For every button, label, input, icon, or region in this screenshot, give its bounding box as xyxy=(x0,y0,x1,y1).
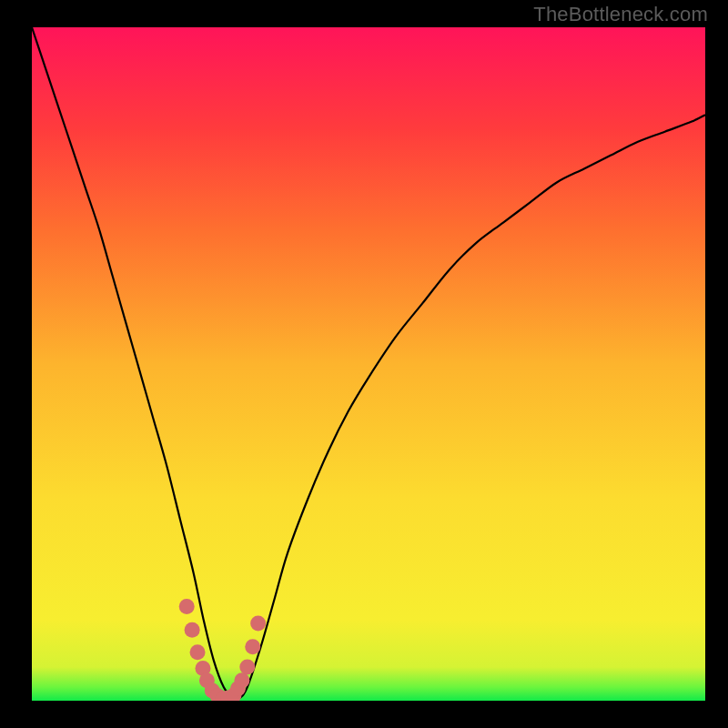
bottleneck-chart xyxy=(32,27,705,701)
marker-dot xyxy=(234,672,249,688)
chart-frame: TheBottleneck.com xyxy=(0,0,728,728)
marker-dot xyxy=(245,639,260,654)
marker-dot xyxy=(190,644,206,660)
marker-dot xyxy=(185,622,200,638)
gradient-background xyxy=(32,27,705,701)
marker-dot xyxy=(239,660,255,675)
marker-dot xyxy=(250,615,266,631)
credit-text: TheBottleneck.com xyxy=(533,3,708,26)
marker-dot xyxy=(179,599,195,614)
